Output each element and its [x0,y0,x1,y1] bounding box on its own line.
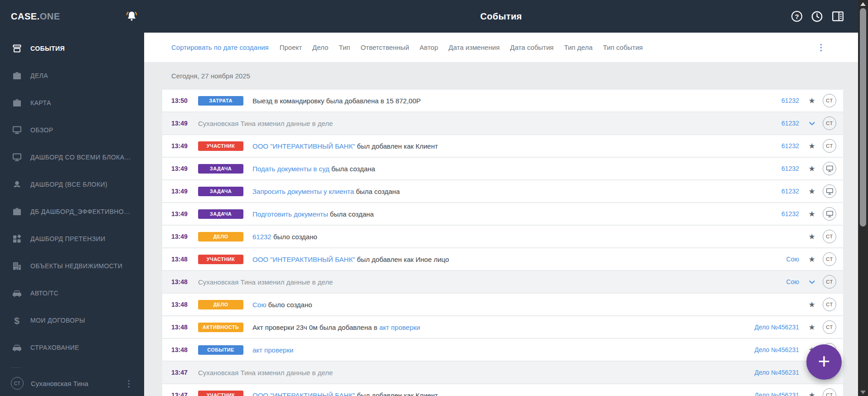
chevron-down-icon[interactable] [806,120,817,127]
event-time: 13:48 [171,256,198,263]
filter-item[interactable]: Тип дела [564,43,592,51]
case-link[interactable]: 61232 [781,188,799,195]
event-row[interactable]: 13:48 СОБЫТИЕ акт проверки Дело №456231 … [162,339,843,361]
favorite-star-icon[interactable]: ★ [806,301,817,309]
filter-item[interactable]: Дело [312,43,328,51]
filter-item[interactable]: Дата изменения [449,43,500,51]
event-row[interactable]: 13:47 УЧАСТНИК ООО "ИНТЕРАКТИВНЫЙ БАНК" … [162,384,843,396]
event-entity-link[interactable]: Запросить документы у клиента [252,188,354,195]
event-row[interactable]: 13:49 ЗАДАЧА Запросить документы у клиен… [162,180,843,202]
sidebar-item-auto[interactable]: АВТО/ТС [0,280,144,307]
event-entity-link[interactable]: Сою [252,301,266,309]
event-time: 13:50 [171,97,198,104]
case-link[interactable]: Сою [786,278,799,285]
event-entity-link[interactable]: акт проверки [379,324,420,331]
event-entity-link[interactable]: Подготовить документы [252,210,328,218]
sidebar-nav: СОБЫТИЯ ДЕЛА КАРТА ОБЗОР ДАШБОРД СО ВСЕМ… [0,33,144,361]
case-link[interactable]: 61232 [781,210,799,217]
favorite-star-icon[interactable]: ★ [806,233,817,241]
case-link[interactable]: Дело №456231 [754,369,799,376]
case-link[interactable]: Дело №456231 [754,324,799,331]
sidebar-item-label: СТРАХОВАНИЕ [30,344,79,351]
favorite-star-icon[interactable]: ★ [806,324,817,331]
event-row[interactable]: 13:48 УЧАСТНИК ООО "ИНТЕРАКТИВНЫЙ БАНК" … [162,248,843,270]
event-row[interactable]: 13:49 ДЕЛО 61232 было создано ★ СТ [162,226,843,247]
sidebar-item-label: ДБ ДАШБОРД_ЭФФЕКТИВНО… [30,208,130,215]
flower-icon [11,179,23,190]
add-event-fab[interactable]: + [806,344,842,380]
sidebar-item-insurance[interactable]: СТРАХОВАНИЕ [0,334,144,361]
event-row[interactable]: 13:49 Сухановская Тина изменил данные в … [162,112,843,134]
event-type-badge: ЗАТРАТА [198,96,243,106]
author-avatar: СТ [823,252,836,266]
event-time: 13:47 [171,369,198,376]
event-entity-link[interactable]: ООО "ИНТЕРАКТИВНЫЙ БАНК" [252,256,355,263]
layout-panel-icon[interactable] [832,11,844,22]
sidebar-item-real-estate[interactable]: ОБЪЕКТЫ НЕДВИЖИМОСТИ [0,252,144,280]
case-link[interactable]: Дело №456231 [754,346,799,353]
case-link[interactable]: Сою [786,256,799,263]
event-type-badge: ЗАДАЧА [198,209,243,219]
sidebar-item-cases[interactable]: ДЕЛА [0,62,144,89]
notifications-bell-icon[interactable] [126,10,138,23]
scrollbar[interactable] [858,0,868,396]
sidebar-item-db-dashboard-efficiency[interactable]: ДБ ДАШБОРД_ЭФФЕКТИВНО… [0,198,144,225]
filter-more-kebab-icon[interactable]: ⋮ [817,43,825,52]
sidebar-item-map[interactable]: КАРТА [0,89,144,116]
sidebar-item-label: ОБЪЕКТЫ НЕДВИЖИМОСТИ [30,262,122,270]
briefcase-icon [11,70,23,81]
favorite-star-icon[interactable]: ★ [806,391,817,396]
event-entity-link[interactable]: акт проверки [252,346,293,354]
sidebar-item-my-contracts[interactable]: $ МОИ ДОГОВОРЫ [0,307,144,334]
event-row[interactable]: 13:47 Сухановская Тина изменил данные в … [162,362,843,383]
case-link[interactable]: 61232 [781,165,799,172]
event-row[interactable]: 13:48 Сухановская Тина изменил данные в … [162,271,843,293]
filter-item[interactable]: Проект [280,43,302,51]
favorite-star-icon[interactable]: ★ [806,97,817,105]
sidebar-item-events[interactable]: СОБЫТИЯ [0,35,144,62]
chevron-down-icon[interactable] [806,278,817,286]
scrollbar-thumb[interactable] [860,8,866,227]
event-entity-link[interactable]: ООО "ИНТЕРАКТИВНЫЙ БАНК" [252,391,355,396]
event-entity-link[interactable]: 61232 [252,233,272,241]
sidebar-item-dashboard-with-all-blocks[interactable]: ДАШБОРД СО ВСЕМИ БЛОКА… [0,144,144,171]
favorite-star-icon[interactable]: ★ [806,256,817,263]
sidebar-item-overview[interactable]: ОБЗОР [0,116,144,144]
filter-item[interactable]: Тип события [603,43,643,51]
event-row[interactable]: 13:48 ДЕЛО Сою было создано ★ СТ [162,294,843,315]
favorite-star-icon[interactable]: ★ [806,188,817,195]
filter-item[interactable]: Тип [339,43,350,51]
event-text-part: была создана [330,165,375,173]
event-row[interactable]: 13:49 ЗАДАЧА Подготовить документы была … [162,203,843,225]
scroll-down-arrow-icon[interactable] [860,391,866,394]
date-group-header: Сегодня, 27 ноября 2025 [144,62,858,90]
event-type-badge: УЧАСТНИК [198,391,243,396]
favorite-star-icon[interactable]: ★ [806,142,817,150]
user-profile[interactable]: СТ Сухановская Тина ⋮ [0,377,144,390]
case-link[interactable]: 61232 [781,120,799,127]
scroll-up-arrow-icon[interactable] [860,2,866,6]
help-icon[interactable]: ? [791,11,802,22]
filter-item[interactable]: Дата события [510,43,553,51]
event-row[interactable]: 13:49 УЧАСТНИК ООО "ИНТЕРАКТИВНЫЙ БАНК" … [162,135,843,157]
event-text: акт проверки [252,346,293,354]
sidebar-item-dashboard-all-blocks[interactable]: ДАШБОРД (ВСЕ БЛОКИ) [0,171,144,198]
case-link[interactable]: 61232 [781,142,799,150]
filter-item[interactable]: Ответственный [360,43,409,51]
filter-item[interactable]: Автор [420,43,438,51]
event-row[interactable]: 13:48 АКТИВНОСТЬ Акт проверки 23ч 0м был… [162,316,843,338]
case-link[interactable]: Дело №456231 [754,391,799,396]
sort-by-created-date[interactable]: Сортировать по дате создания [171,43,269,51]
favorite-star-icon[interactable]: ★ [806,210,817,218]
event-row[interactable]: 13:50 ЗАТРАТА Выезд в командировку была … [162,90,843,111]
event-entity-link[interactable]: ООО "ИНТЕРАКТИВНЫЙ БАНК" [252,142,355,150]
event-row[interactable]: 13:49 ЗАДАЧА Подать документы в суд была… [162,158,843,179]
case-link[interactable]: 61232 [781,97,799,104]
event-entity-link[interactable]: Подать документы в суд [252,165,330,173]
favorite-star-icon[interactable]: ★ [806,165,817,173]
user-name: Сухановская Тина [31,380,88,387]
history-icon[interactable] [811,10,823,23]
user-menu-kebab-icon[interactable]: ⋮ [123,379,135,388]
sidebar-item-dashboard-claims[interactable]: ДАШБОРД ПРЕТЕНЗИИ [0,225,144,252]
car-icon [11,342,23,353]
